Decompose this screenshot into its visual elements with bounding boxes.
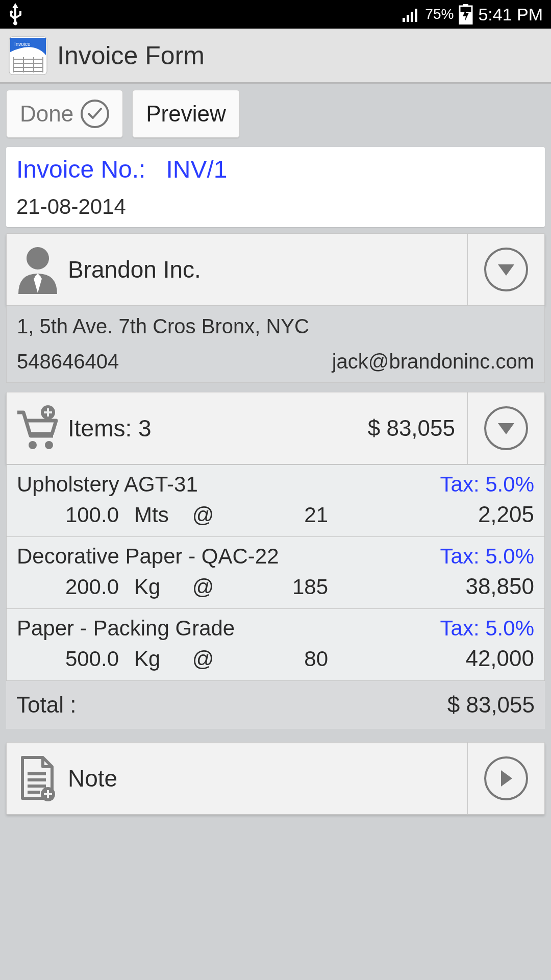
chevron-down-icon: [484, 248, 528, 291]
note-open[interactable]: Note: [7, 743, 468, 814]
item-qty: 500.0: [17, 647, 119, 671]
clock: 5:41 PM: [478, 5, 543, 24]
invoice-date: 21-08-2014: [16, 194, 535, 219]
app-icon: Invoice: [8, 36, 48, 76]
done-label: Done: [20, 101, 73, 127]
customer-expand-button[interactable]: [468, 248, 544, 291]
item-qty: 200.0: [17, 575, 119, 599]
item-name: Paper - Packing Grade: [17, 616, 235, 641]
items-section-header: Items: 3 $ 83,055: [6, 392, 545, 464]
note-expand-button[interactable]: [468, 756, 544, 800]
customer-email: jack@brandoninc.com: [332, 350, 534, 373]
signal-icon: [403, 7, 420, 22]
invoice-number-label: Invoice No.:: [16, 156, 145, 183]
preview-button[interactable]: Preview: [132, 90, 240, 138]
invoice-number-value: INV/1: [166, 156, 227, 183]
svg-point-18: [29, 441, 37, 449]
svg-point-17: [27, 247, 49, 270]
svg-rect-2: [411, 12, 413, 22]
svg-text:Invoice: Invoice: [14, 41, 31, 47]
action-button-row: Done Preview: [6, 90, 545, 138]
item-name: Decorative Paper - QAC-22: [17, 544, 279, 569]
cart-add-icon: [15, 403, 61, 454]
item-rate: 21: [226, 503, 328, 527]
line-items-list: Upholstery AGT-31 Tax: 5.0% 100.0 Mts @ …: [6, 464, 545, 681]
chevron-down-icon: [484, 406, 528, 450]
item-rate: 185: [226, 575, 328, 599]
item-amount: 42,000: [328, 646, 534, 671]
item-unit: Kg: [119, 575, 180, 599]
customer-section-header: Brandon Inc.: [6, 233, 545, 306]
note-add-icon: [15, 753, 61, 804]
item-name: Upholstery AGT-31: [17, 472, 198, 497]
battery-percent: 75%: [425, 6, 454, 22]
preview-label: Preview: [146, 101, 226, 127]
title-bar: Invoice Invoice Form: [0, 29, 551, 84]
total-value: $ 83,055: [447, 692, 535, 718]
item-rate: 80: [226, 647, 328, 671]
customer-select[interactable]: Brandon Inc.: [7, 234, 468, 305]
items-expand-button[interactable]: [468, 406, 544, 450]
item-amount: 38,850: [328, 574, 534, 599]
item-unit: Mts: [119, 503, 180, 527]
done-button[interactable]: Done: [6, 90, 123, 138]
items-summary[interactable]: Items: 3 $ 83,055: [7, 393, 468, 464]
line-item[interactable]: Upholstery AGT-31 Tax: 5.0% 100.0 Mts @ …: [6, 464, 545, 537]
item-at: @: [180, 647, 226, 671]
item-tax: Tax: 5.0%: [440, 472, 534, 497]
customer-phone: 548646404: [17, 350, 119, 373]
total-row: Total : $ 83,055: [6, 681, 545, 729]
status-bar: 75% 5:41 PM: [0, 0, 551, 29]
note-section-header: Note: [6, 742, 545, 815]
items-total: $ 83,055: [368, 415, 459, 441]
usb-icon: [8, 3, 22, 26]
line-item[interactable]: Paper - Packing Grade Tax: 5.0% 500.0 Kg…: [6, 609, 545, 681]
chevron-right-icon: [484, 756, 528, 800]
svg-rect-3: [415, 9, 417, 22]
svg-rect-1: [407, 15, 409, 22]
page-title: Invoice Form: [57, 41, 205, 70]
item-amount: 2,205: [328, 502, 534, 527]
invoice-header-card[interactable]: Invoice No.: INV/1 21-08-2014: [6, 147, 545, 227]
item-qty: 100.0: [17, 503, 119, 527]
line-item[interactable]: Decorative Paper - QAC-22 Tax: 5.0% 200.…: [6, 537, 545, 609]
customer-address: 1, 5th Ave. 7th Cros Bronx, NYC: [17, 315, 534, 338]
total-label: Total :: [16, 692, 76, 718]
item-tax: Tax: 5.0%: [440, 544, 534, 569]
item-at: @: [180, 575, 226, 599]
customer-name: Brandon Inc.: [68, 256, 201, 283]
svg-rect-0: [403, 18, 405, 22]
person-icon: [15, 244, 61, 295]
customer-details: 1, 5th Ave. 7th Cros Bronx, NYC 54864640…: [6, 306, 545, 383]
battery-charging-icon: [459, 4, 473, 24]
item-unit: Kg: [119, 647, 180, 671]
item-tax: Tax: 5.0%: [440, 616, 534, 641]
svg-point-19: [45, 441, 53, 449]
items-count-label: Items: 3: [68, 414, 152, 442]
item-at: @: [180, 503, 226, 527]
check-circle-icon: [81, 100, 109, 128]
note-label: Note: [68, 765, 117, 792]
